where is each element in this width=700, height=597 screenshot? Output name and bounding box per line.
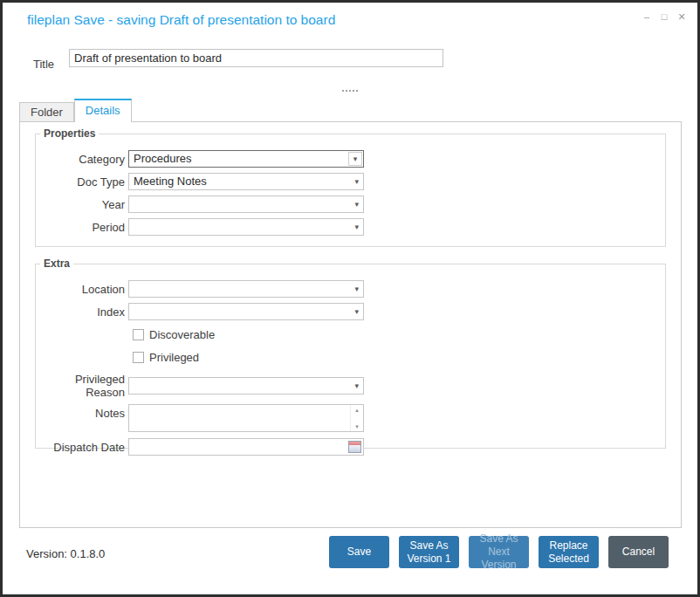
extra-group: Extra Location ▾ Index ▾ — [35, 257, 666, 449]
category-value: Procedures — [134, 152, 191, 165]
discoverable-row: Discoverable — [133, 328, 665, 341]
category-label: Category — [36, 153, 128, 166]
chevron-down-icon: ▾ — [354, 283, 359, 295]
save-button[interactable]: Save — [329, 536, 389, 568]
title-field-label: Title — [33, 58, 54, 71]
scroll-up-icon[interactable]: ▴ — [355, 407, 359, 413]
doc-type-dropdown[interactable]: Meeting Notes ▾ — [128, 173, 364, 190]
calendar-icon[interactable] — [348, 441, 361, 453]
tab-folder[interactable]: Folder — [19, 102, 74, 121]
index-label: Index — [36, 305, 128, 319]
discoverable-checkbox[interactable] — [133, 329, 144, 340]
dispatch-date-row: Dispatch Date — [36, 438, 665, 456]
location-row: Location ▾ — [36, 280, 665, 298]
properties-group: Properties Category Procedures ▾ Doc Typ… — [35, 127, 666, 247]
year-label: Year — [36, 198, 128, 211]
fileplan-save-dialog: fileplan Save - saving Draft of presenta… — [0, 0, 700, 597]
tab-strip: Folder Details — [19, 99, 132, 122]
year-dropdown[interactable]: ▾ — [128, 196, 364, 213]
notes-textarea[interactable]: ▴ ▾ — [128, 404, 364, 432]
minimize-icon[interactable]: – — [642, 10, 652, 23]
privileged-reason-dropdown[interactable]: ▾ — [128, 377, 364, 395]
dispatch-date-label: Dispatch Date — [36, 441, 128, 454]
location-dropdown[interactable]: ▾ — [128, 280, 364, 298]
splitter-grip-icon — [342, 90, 359, 92]
category-row: Category Procedures ▾ — [36, 150, 665, 168]
index-dropdown[interactable]: ▾ — [128, 303, 364, 320]
chevron-down-icon: ▾ — [354, 221, 359, 233]
save-as-next-version-button: Save As Next Version — [469, 536, 529, 568]
chevron-down-icon: ▾ — [354, 305, 359, 318]
title-input[interactable] — [69, 49, 443, 67]
close-icon[interactable]: ✕ — [676, 10, 687, 23]
window-controls: – □ ✕ — [642, 10, 687, 23]
cancel-button[interactable]: Cancel — [608, 536, 669, 568]
doc-type-label: Doc Type — [36, 175, 128, 189]
period-row: Period ▾ — [36, 218, 665, 236]
category-dropdown-button[interactable]: ▾ — [348, 152, 362, 166]
chevron-down-icon: ▾ — [354, 380, 359, 392]
period-dropdown[interactable]: ▾ — [128, 218, 364, 236]
doc-type-value: Meeting Notes — [134, 175, 207, 188]
save-as-version-1-button[interactable]: Save As Version 1 — [399, 536, 459, 568]
doc-type-row: Doc Type Meeting Notes ▾ — [36, 173, 665, 190]
chevron-down-icon: ▾ — [354, 198, 359, 210]
privileged-reason-label: Privileged Reason — [36, 373, 128, 399]
notes-scrollbar[interactable]: ▴ ▾ — [350, 405, 363, 431]
details-tab-panel: Properties Category Procedures ▾ Doc Typ… — [19, 121, 682, 528]
properties-group-legend: Properties — [40, 127, 99, 140]
index-row: Index ▾ — [36, 303, 665, 320]
chevron-down-icon: ▾ — [354, 175, 359, 188]
year-row: Year ▾ — [36, 196, 665, 213]
location-label: Location — [36, 283, 128, 296]
category-dropdown[interactable]: Procedures ▾ — [128, 150, 364, 168]
scroll-down-icon[interactable]: ▾ — [355, 423, 359, 429]
notes-row: Notes ▴ ▾ — [36, 404, 665, 432]
privileged-reason-row: Privileged Reason ▾ — [36, 373, 665, 399]
version-text: Version: 0.1.8.0 — [26, 547, 105, 560]
privileged-label: Privileged — [149, 351, 199, 364]
period-label: Period — [36, 221, 128, 234]
discoverable-label: Discoverable — [149, 328, 215, 341]
button-bar: Save Save As Version 1 Save As Next Vers… — [329, 536, 669, 568]
replace-selected-button[interactable]: Replace Selected — [539, 536, 599, 568]
privileged-row: Privileged — [133, 351, 665, 364]
privileged-checkbox[interactable] — [133, 352, 144, 363]
window-title: fileplan Save - saving Draft of presenta… — [27, 12, 335, 28]
chevron-down-icon: ▾ — [353, 153, 358, 165]
dispatch-date-input[interactable] — [128, 438, 364, 456]
extra-group-legend: Extra — [40, 257, 73, 270]
maximize-icon[interactable]: □ — [659, 10, 669, 23]
notes-label: Notes — [36, 404, 128, 420]
tab-details[interactable]: Details — [74, 99, 132, 122]
